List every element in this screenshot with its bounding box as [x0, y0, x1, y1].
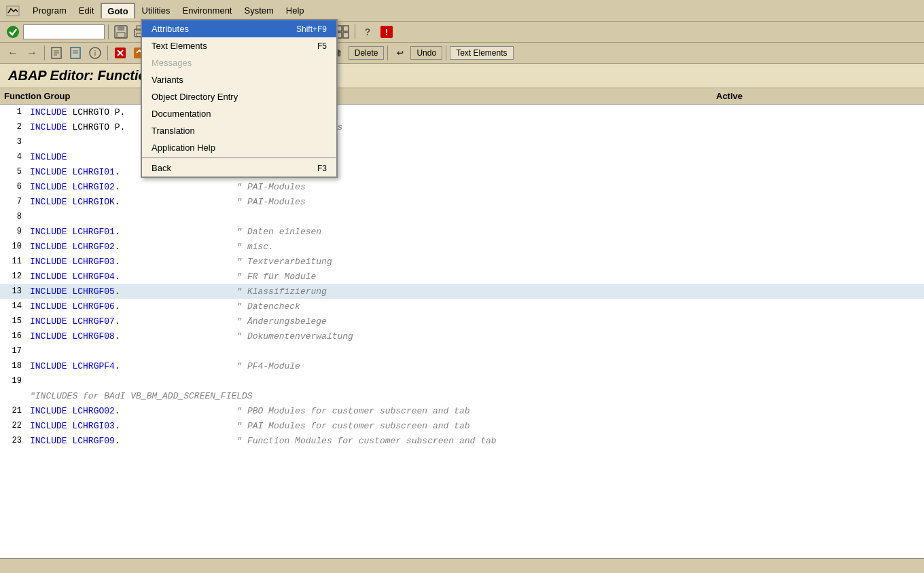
page-btn1[interactable]	[48, 44, 66, 62]
menu-item-object-dir-label: Object Directory Entry	[152, 92, 238, 102]
col-active-header: Active	[716, 91, 920, 101]
delete-btn[interactable]: Delete	[349, 46, 385, 60]
system-btn[interactable]: !	[378, 23, 395, 41]
menu-item-text-elements-label: Text Elements	[152, 41, 207, 51]
code-line-22: 22 INCLUDE LCHRGI03. " PAI Modules for c…	[0, 418, 924, 433]
subtoolbar: ← → i Pattern 📋 Insert 📋 Replace 🗑 Delet…	[0, 43, 924, 64]
page-btn2[interactable]	[67, 44, 85, 62]
undo-icon[interactable]: ↩	[391, 44, 409, 62]
menu-item-app-help-label: Application Help	[152, 143, 215, 153]
menu-program[interactable]: Program	[27, 3, 72, 18]
menu-item-documentation[interactable]: Documentation	[142, 105, 336, 122]
menu-item-app-help[interactable]: Application Help	[142, 139, 336, 156]
code-line-12: 12 INCLUDE LCHRGF04. " FR für Module	[0, 269, 924, 284]
menu-item-translation-label: Translation	[152, 126, 195, 136]
code-line-3: 3	[0, 134, 924, 149]
svg-rect-4	[118, 26, 124, 31]
menu-item-text-elements-shortcut: F5	[317, 41, 327, 51]
menu-item-messages: Messages	[142, 54, 336, 71]
page-title-bar: ABAP Editor: Function Group SAPLCHRG	[0, 64, 924, 88]
code-line-19: 19	[0, 373, 924, 388]
svg-text:!: !	[385, 27, 388, 37]
check-btn[interactable]	[4, 23, 22, 41]
code-editor[interactable]: 1 INCLUDE LCHRGTO P. " Global Data 2 INC…	[0, 105, 924, 569]
menu-item-attributes[interactable]: Attributes Shift+F9	[142, 20, 336, 37]
sep12	[446, 45, 446, 60]
code-line-9: 9 INCLUDE LCHRGF01. " Daten einlesen	[0, 224, 924, 239]
menu-item-attributes-shortcut: Shift+F9	[296, 24, 327, 34]
menu-item-back-label: Back	[152, 163, 171, 173]
sap-logo	[5, 3, 20, 18]
undo-btn[interactable]: Undo	[410, 46, 442, 60]
menu-goto[interactable]: Goto	[101, 3, 135, 18]
sep11	[387, 45, 388, 60]
menu-system[interactable]: System	[238, 3, 279, 18]
menu-item-variants-label: Variants	[152, 75, 183, 85]
sep6	[107, 45, 108, 60]
sep4	[355, 24, 355, 39]
save-btn[interactable]	[112, 23, 130, 41]
page-btn3[interactable]: i	[86, 44, 104, 62]
menubar: Program Edit Goto Utilities Environment …	[0, 0, 924, 22]
menu-utilities[interactable]: Utilities	[137, 3, 176, 18]
code-line-8: 8	[0, 209, 924, 224]
text-elements-btn[interactable]: Text Elements	[450, 46, 513, 60]
code-line-13: 13 INCLUDE LCHRGF05. " Klassifizierung	[0, 284, 924, 299]
menu-item-variants[interactable]: Variants	[142, 71, 336, 88]
menu-item-back-shortcut: F3	[317, 164, 327, 173]
code-line-7: 7 INCLUDE LCHRGІOK. " PAI-Modules	[0, 194, 924, 209]
menu-item-attributes-label: Attributes	[152, 24, 189, 34]
svg-rect-19	[343, 33, 349, 38]
code-line-18: 18 INCLUDE LCHRGPF4. " PF4-Module	[0, 358, 924, 373]
code-line-17: 17	[0, 344, 924, 358]
code-line-15: 15 INCLUDE LCHRGF07. " Änderungsbelege	[0, 314, 924, 329]
sep1	[108, 24, 109, 39]
code-line-14: 14 INCLUDE LCHRGF06. " Datencheck	[0, 299, 924, 314]
menu-item-messages-label: Messages	[152, 58, 192, 68]
toolbar: ◁ ▷ ⬆ ⬇ ⬅ ➡ ? !	[0, 22, 924, 43]
menu-edit[interactable]: Edit	[73, 3, 99, 18]
code-line-11: 11 INCLUDE LCHRGF03. " Textverarbeitung	[0, 254, 924, 269]
menu-item-back[interactable]: Back F3	[142, 160, 336, 177]
content-area: 1 INCLUDE LCHRGTO P. " Global Data 2 INC…	[0, 105, 924, 569]
arrow-back-btn[interactable]: ←	[4, 44, 22, 62]
code-line-21: 21 INCLUDE LCHRGO02. " PBO Modules for c…	[0, 403, 924, 418]
svg-rect-17	[343, 26, 349, 31]
table-header: Function Group Active	[0, 88, 924, 105]
code-line-6: 6 INCLUDE LCHRGI02. " PAI-Modules	[0, 179, 924, 194]
menu-item-object-dir[interactable]: Object Directory Entry	[142, 88, 336, 105]
code-line-1: 1 INCLUDE LCHRGTO P. " Global Data	[0, 105, 924, 119]
code-line-20: "INCLUDES for BAdI VB_BM_ADD_SCREEN_FIEL…	[0, 388, 924, 403]
code-line-23: 23 INCLUDE LCHRGF09. " Function Modules …	[0, 433, 924, 448]
menu-separator	[142, 158, 336, 158]
menu-item-documentation-label: Documentation	[152, 109, 211, 119]
statusbar	[0, 558, 924, 573]
menu-help[interactable]: Help	[281, 3, 310, 18]
menu-item-translation[interactable]: Translation	[142, 122, 336, 139]
sep5	[44, 45, 45, 60]
code-line-16: 16 INCLUDE LCHRGF08. " Dokumentenverwalt…	[0, 329, 924, 344]
red-btn[interactable]	[111, 44, 129, 62]
code-line-10: 10 INCLUDE LCHRGF02. " misc.	[0, 239, 924, 254]
svg-rect-5	[117, 33, 125, 37]
arrow-fwd-btn[interactable]: →	[23, 44, 41, 62]
code-line-2: 2 INCLUDE LCHRGTO P. " Function Modules	[0, 119, 924, 134]
col-fg-header: Function Group	[4, 91, 140, 101]
code-line-5: 5 INCLUDE LCHRGI01. " PAI-Modules	[0, 164, 924, 179]
help-btn[interactable]: ?	[359, 23, 376, 41]
menu-environment[interactable]: Environment	[177, 3, 238, 18]
svg-text:i: i	[94, 49, 96, 57]
goto-dropdown: Attributes Shift+F9 Text Elements F5 Mes…	[141, 19, 338, 178]
code-line-4: 4 INCLUDE " PBO-Modules	[0, 149, 924, 164]
menu-item-text-elements[interactable]: Text Elements F5	[142, 37, 336, 54]
search-input[interactable]	[23, 24, 105, 39]
svg-point-2	[7, 26, 19, 38]
